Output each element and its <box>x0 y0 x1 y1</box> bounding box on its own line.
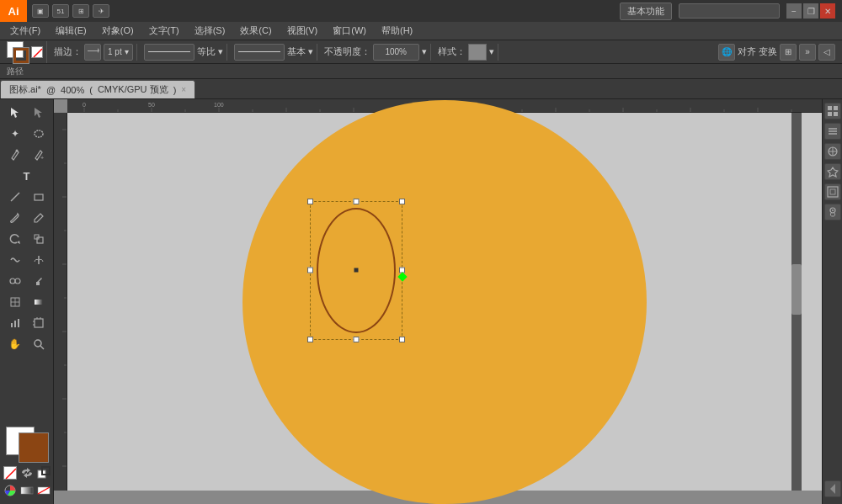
selected-object[interactable] <box>310 201 402 340</box>
stroke-color-swatch[interactable] <box>13 48 29 63</box>
direct-select-tool[interactable] <box>27 103 50 123</box>
title-btn-2[interactable]: 51 <box>52 4 69 18</box>
pen-tool[interactable] <box>3 145 26 165</box>
rotate-tool[interactable] <box>3 229 26 249</box>
maximize-button[interactable]: ❐ <box>803 3 818 19</box>
panel-btn-3[interactable] <box>824 143 841 160</box>
paintbrush-tool[interactable] <box>3 208 26 228</box>
svg-marker-87 <box>828 167 838 177</box>
svg-marker-2 <box>98 48 99 53</box>
scale-tool[interactable] <box>27 229 50 249</box>
type-tool[interactable]: T <box>3 166 51 186</box>
blend-dropdown-arrow[interactable]: ▾ <box>308 46 313 57</box>
menu-help[interactable]: 帮助(H) <box>375 23 419 39</box>
panel-btn-1[interactable] <box>824 103 841 119</box>
svg-rect-79 <box>828 112 832 116</box>
menu-effect[interactable]: 效果(C) <box>233 23 278 39</box>
title-btn-3[interactable]: ⊞ <box>72 4 89 18</box>
blend-section: 基本 ▾ <box>231 44 317 61</box>
default-colors-icon[interactable] <box>37 466 51 480</box>
yellow-circle[interactable] <box>242 100 647 504</box>
blend-preview[interactable] <box>234 44 285 61</box>
menu-file[interactable]: 文件(F) <box>3 23 47 39</box>
handle-bottom-center[interactable] <box>354 337 360 342</box>
blend-tool[interactable] <box>3 271 26 291</box>
gradient-tool[interactable] <box>27 292 50 312</box>
handle-bottom-left[interactable] <box>307 337 313 342</box>
more-icon[interactable]: » <box>799 44 816 61</box>
select-tool[interactable] <box>3 103 26 123</box>
globe-icon[interactable]: 🌐 <box>718 44 735 61</box>
handle-bottom-right[interactable] <box>399 337 405 342</box>
svg-rect-23 <box>18 319 19 327</box>
panel-btn-6[interactable] <box>824 204 841 220</box>
gradient-swatch-icon[interactable] <box>20 484 34 497</box>
right-panel <box>822 99 842 504</box>
chart-tool[interactable] <box>3 313 26 333</box>
hand-tool[interactable]: ✋ <box>3 334 26 354</box>
opacity-arrow[interactable]: ▾ <box>422 46 427 57</box>
menu-view[interactable]: 视图(V) <box>280 23 325 39</box>
tab-close-button[interactable]: × <box>181 85 186 94</box>
line-style-preview[interactable] <box>144 44 195 61</box>
line-dropdown-arrow[interactable]: ▾ <box>218 46 223 57</box>
scroll-thumb[interactable] <box>791 264 802 315</box>
style-swatch[interactable] <box>468 44 487 61</box>
document-tab[interactable]: 图标.ai* @ 400% ( CMYK/GPU 预览 ) × <box>0 80 195 98</box>
panel-btn-2[interactable] <box>824 123 841 140</box>
mesh-tool[interactable] <box>3 292 26 312</box>
pencil-tool[interactable] <box>27 208 50 228</box>
close-button[interactable]: ✕ <box>820 3 835 19</box>
main-layout: ✦ + T <box>0 99 842 504</box>
workspace-label[interactable]: 基本功能 <box>620 3 672 20</box>
svg-point-29 <box>35 340 41 347</box>
stroke-options-icon[interactable] <box>84 44 101 61</box>
handle-top-left[interactable] <box>307 199 313 204</box>
vertical-scrollbar[interactable] <box>791 113 802 491</box>
handle-top-center[interactable] <box>354 199 360 204</box>
title-btn-1[interactable]: ▣ <box>32 4 49 18</box>
width-tool[interactable] <box>27 250 50 270</box>
ellipse-shape[interactable] <box>317 208 396 333</box>
stroke-weight-dropdown[interactable]: 1 pt ▾ <box>104 44 133 61</box>
style-arrow[interactable]: ▾ <box>489 46 494 57</box>
handle-top-right[interactable] <box>399 199 405 204</box>
menu-select[interactable]: 选择(S) <box>188 23 232 39</box>
warp-tool[interactable] <box>3 250 26 270</box>
panel-btn-4[interactable] <box>824 163 841 180</box>
opacity-input[interactable] <box>373 44 419 61</box>
eyedropper-tool[interactable] <box>27 271 50 291</box>
ruler-left <box>54 113 67 491</box>
stroke-swatch[interactable] <box>19 433 48 462</box>
svg-line-31 <box>6 469 16 479</box>
title-btn-4[interactable]: ✈ <box>93 4 109 18</box>
shape-tool[interactable] <box>27 187 50 207</box>
swap-colors-icon[interactable] <box>20 466 34 480</box>
menu-window[interactable]: 窗口(W) <box>326 23 373 39</box>
tab-filename: 图标.ai* <box>9 83 41 96</box>
artboard-tool[interactable] <box>27 313 50 333</box>
no-fill-icon[interactable] <box>3 466 17 480</box>
lasso-tool[interactable] <box>27 124 50 144</box>
tab-zoom-val: 400% <box>61 85 84 95</box>
panel-expand-btn[interactable] <box>824 480 841 497</box>
arrange-icon[interactable]: ⊞ <box>780 44 797 61</box>
handle-middle-left[interactable] <box>307 268 313 273</box>
magic-wand-tool[interactable]: ✦ <box>3 124 26 144</box>
search-input[interactable] <box>679 3 780 19</box>
line-tool[interactable] <box>3 187 26 207</box>
svg-text:50: 50 <box>148 102 155 108</box>
style-section: 样式： ▾ <box>434 44 498 61</box>
fill-toggle[interactable] <box>31 46 43 58</box>
minimize-button[interactable]: − <box>786 3 802 19</box>
panel-btn-5[interactable] <box>824 183 841 200</box>
tool-row-line <box>3 187 50 207</box>
panel-toggle-icon[interactable]: ◁ <box>818 44 835 61</box>
color-mode-icon[interactable] <box>3 484 17 497</box>
menu-edit[interactable]: 编辑(E) <box>49 23 93 39</box>
none-swatch-icon[interactable] <box>37 484 51 497</box>
zoom-tool[interactable] <box>27 334 50 354</box>
menu-object[interactable]: 对象(O) <box>95 23 141 39</box>
pen-add-tool[interactable]: + <box>27 145 50 165</box>
menu-text[interactable]: 文字(T) <box>142 23 186 39</box>
